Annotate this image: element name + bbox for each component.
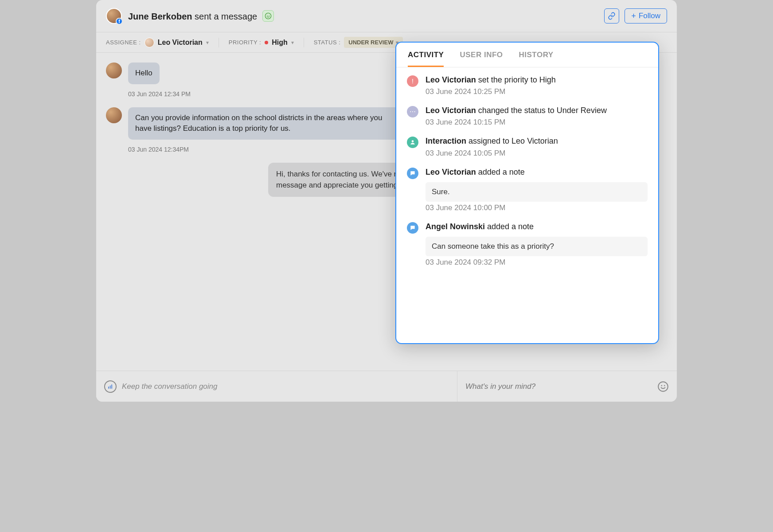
status-label: STATUS : [314, 39, 341, 46]
assignee-label: ASSIGNEE : [106, 39, 141, 46]
status-value: UNDER REVIEW [348, 39, 393, 46]
panel-tabs: ACTIVITY USER INFO HISTORY [396, 43, 658, 67]
activity-item: ! Leo Victorian set the priority to High… [407, 74, 648, 96]
activity-note: Can someone take this as a priority? [426, 237, 648, 256]
sender-avatar: f [106, 8, 122, 24]
activity-action: set the priority to High [478, 75, 556, 84]
activity-item: Angel Nowinski added a note Can someone … [407, 221, 648, 267]
tab-activity[interactable]: ACTIVITY [408, 51, 444, 67]
priority-value: High [272, 39, 288, 47]
customer-avatar [106, 107, 122, 123]
activity-actor: Interaction [426, 137, 466, 145]
link-icon [608, 12, 616, 20]
chevron-down-icon: ▾ [291, 39, 294, 46]
incoming-message: Hello [128, 63, 160, 84]
svg-point-8 [661, 385, 662, 386]
conversation-title: June Berkoben sent a message [128, 10, 274, 22]
priority-selector[interactable]: PRIORITY : High ▾ [229, 39, 294, 47]
activity-action: assigned to Leo Victorian [468, 137, 558, 145]
smiley-icon [657, 381, 669, 392]
activity-actor: Leo Victorian [426, 75, 476, 84]
follow-button[interactable]: + Follow [625, 8, 667, 23]
activity-action: added a note [487, 222, 534, 231]
activity-time: 03 June 2024 10:00 PM [426, 203, 648, 212]
activity-time: 03 June 2024 10:15 PM [426, 118, 648, 127]
assigned-icon [407, 137, 418, 148]
svg-point-3 [412, 141, 414, 143]
activity-action: changed the status to Under Review [478, 106, 607, 115]
svg-point-0 [265, 13, 271, 19]
activity-actor: Angel Nowinski [426, 222, 485, 231]
svg-point-1 [267, 15, 268, 16]
note-icon [407, 168, 418, 179]
activity-note: Sure. [426, 182, 648, 202]
compose-area [457, 371, 677, 402]
conversation-header: f June Berkoben sent a message + Follow [96, 0, 677, 32]
footer: Keep the conversation going [96, 371, 677, 402]
sender-name: June Berkoben [128, 12, 192, 21]
activity-time: 03 June 2024 10:05 PM [426, 149, 648, 158]
svg-point-7 [658, 382, 668, 391]
status-change-icon: ⋯ [407, 106, 418, 117]
sentiment-badge [262, 10, 274, 22]
facebook-badge-icon: f [116, 18, 123, 25]
conversation-prompt[interactable]: Keep the conversation going [96, 371, 457, 402]
assignee-avatar [144, 38, 154, 47]
priority-label: PRIORITY : [229, 39, 261, 46]
status-selector[interactable]: STATUS : UNDER REVIEW ▾ [314, 37, 403, 48]
tab-history[interactable]: HISTORY [519, 51, 554, 67]
divider [304, 38, 304, 47]
activity-list: ! Leo Victorian set the priority to High… [396, 67, 658, 343]
priority-icon: ! [407, 75, 418, 87]
activity-action: added a note [478, 168, 525, 176]
activity-actor: Leo Victorian [426, 106, 476, 115]
plus-icon: + [631, 12, 636, 20]
svg-point-9 [664, 385, 665, 386]
activity-item: Interaction assigned to Leo Victorian 03… [407, 136, 648, 157]
compose-input[interactable] [465, 382, 657, 391]
note-icon [407, 222, 418, 234]
assignee-name: Leo Victorian [158, 39, 203, 47]
svg-rect-4 [108, 387, 109, 389]
activity-time: 03 June 2024 09:32 PM [426, 258, 648, 267]
activity-actor: Leo Victorian [426, 168, 476, 176]
copy-link-button[interactable] [604, 8, 619, 23]
svg-point-2 [269, 15, 269, 16]
activity-panel: ACTIVITY USER INFO HISTORY ! Leo Victori… [395, 42, 659, 344]
smiley-icon [265, 12, 272, 20]
svg-rect-5 [110, 385, 111, 388]
follow-label: Follow [639, 12, 660, 20]
incoming-message: Can you provide information on the schoo… [128, 107, 403, 140]
svg-rect-6 [111, 384, 112, 388]
divider [219, 38, 219, 47]
title-suffix: sent a message [195, 12, 257, 21]
analytics-icon [104, 380, 117, 393]
customer-avatar [106, 63, 122, 78]
activity-time: 03 June 2024 10:25 PM [426, 87, 648, 96]
assignee-selector[interactable]: ASSIGNEE : Leo Victorian ▾ [106, 38, 209, 47]
conversation-prompt-text: Keep the conversation going [122, 382, 218, 391]
tab-user-info[interactable]: USER INFO [460, 51, 503, 67]
emoji-button[interactable] [657, 381, 669, 392]
chevron-down-icon: ▾ [206, 39, 209, 46]
activity-item: Leo Victorian added a note Sure. 03 June… [407, 167, 648, 212]
activity-item: ⋯ Leo Victorian changed the status to Un… [407, 105, 648, 127]
priority-dot-icon [265, 41, 268, 44]
